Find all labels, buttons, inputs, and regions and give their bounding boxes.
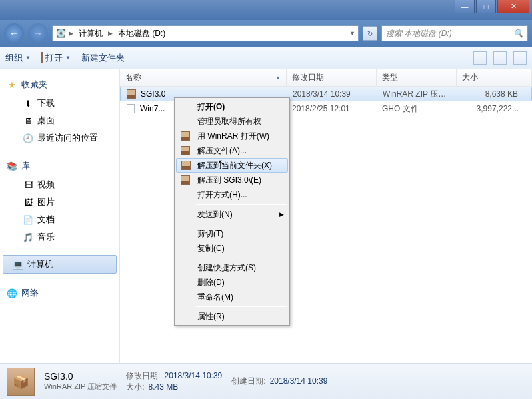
minimize-button[interactable]: — — [455, 0, 475, 13]
file-size: 3,997,222... — [457, 104, 532, 113]
breadcrumb[interactable]: 计算机 — [76, 28, 105, 39]
winrar-icon — [180, 131, 191, 141]
context-menu-item[interactable]: 创建快捷方式(S) — [176, 260, 288, 275]
context-menu-label: 解压到 SGI3.0\(E) — [197, 175, 261, 186]
search-input[interactable]: 搜索 本地磁盘 (D:) 🔍 — [381, 25, 528, 41]
winrar-icon — [41, 53, 43, 63]
column-size[interactable]: 大小 — [457, 69, 532, 86]
context-menu-label: 复制(C) — [197, 243, 225, 254]
file-size: 8,638 KB — [457, 89, 531, 99]
context-menu-item[interactable]: 用 WinRAR 打开(W) — [176, 129, 288, 143]
sidebar-item-label: 文档 — [37, 214, 55, 226]
column-headers: 名称▲ 修改日期 类型 大小 — [120, 69, 532, 87]
file-type: GHO 文件 — [377, 103, 457, 115]
new-folder-label: 新建文件夹 — [81, 52, 125, 64]
context-menu-item[interactable]: 发送到(N)▶ — [176, 207, 288, 222]
sidebar-item-computer[interactable]: 💻 计算机 — [3, 255, 117, 274]
sidebar-item-network[interactable]: 🌐 网络 — [0, 283, 119, 303]
sidebar-item-label: 下载 — [37, 97, 55, 109]
status-subtitle: WinRAR ZIP 压缩文件 — [44, 382, 117, 392]
winrar-icon — [180, 175, 191, 185]
context-menu-item[interactable]: 删除(D) — [176, 275, 288, 290]
sidebar-item-label: 计算机 — [27, 258, 53, 270]
context-menu-label: 删除(D) — [197, 277, 225, 288]
details-pane: 📦 SGI3.0 WinRAR ZIP 压缩文件 修改日期:2018/3/14 … — [0, 363, 532, 399]
context-menu-label: 发送到(N) — [197, 209, 233, 220]
favorites-header[interactable]: ★ 收藏夹 — [0, 75, 119, 95]
context-menu-item[interactable]: 解压到当前文件夹(X) — [176, 158, 288, 173]
chevron-right-icon: ▶ — [69, 30, 73, 37]
sidebar-item-recent[interactable]: 🕘最近访问的位置 — [0, 129, 119, 147]
forward-button[interactable]: → — [28, 23, 48, 43]
context-menu-label: 打开方式(H)... — [197, 189, 247, 201]
sidebar-item-label: 音乐 — [37, 231, 55, 243]
sort-asc-icon: ▲ — [275, 75, 281, 81]
maximize-button[interactable]: □ — [476, 0, 496, 13]
context-menu-label: 管理员取得所有权 — [197, 116, 261, 127]
context-menu-item[interactable]: 重命名(M) — [176, 290, 288, 304]
file-date: 2018/3/14 10:39 — [287, 89, 377, 99]
search-icon: 🔍 — [513, 29, 523, 38]
sidebar-item-docs[interactable]: 📄文档 — [0, 211, 119, 228]
chevron-down-icon: ▼ — [25, 55, 31, 61]
view-options-button[interactable] — [473, 51, 487, 65]
sidebar-item-label: 图片 — [37, 196, 55, 208]
context-menu-item[interactable]: 打开方式(H)... — [176, 187, 288, 202]
sidebar-item-label: 视频 — [37, 179, 55, 191]
chevron-down-icon[interactable]: ▼ — [349, 30, 355, 37]
sidebar-item-downloads[interactable]: ⬇下载 — [0, 95, 119, 112]
context-menu-item[interactable]: 管理员取得所有权 — [176, 114, 288, 129]
context-menu-item[interactable]: 属性(R) — [176, 309, 288, 324]
sidebar-item-music[interactable]: 🎵音乐 — [0, 228, 119, 246]
chevron-right-icon: ▶ — [108, 30, 113, 37]
drive-icon: 💽 — [55, 28, 66, 39]
breadcrumb[interactable]: 本地磁盘 (D:) — [115, 28, 168, 39]
window-titlebar: — □ ✕ — [0, 0, 532, 20]
context-menu-label: 重命名(M) — [197, 292, 233, 303]
chevron-down-icon: ▼ — [65, 55, 71, 61]
file-icon — [125, 103, 136, 114]
sidebar-item-desktop[interactable]: 🖥桌面 — [0, 112, 119, 129]
context-menu-label: 解压到当前文件夹(X) — [197, 160, 272, 171]
organize-button[interactable]: 组织 ▼ — [5, 52, 31, 64]
context-menu-item[interactable]: 剪切(T) — [176, 226, 288, 241]
sidebar-item-label: 网络 — [21, 287, 39, 299]
status-created-val: 2018/3/14 10:39 — [270, 376, 328, 386]
file-type: WinRAR ZIP 压缩... — [377, 89, 457, 100]
document-icon: 📄 — [23, 214, 33, 225]
refresh-button[interactable]: ↻ — [363, 26, 377, 41]
context-menu-label: 用 WinRAR 打开(W) — [197, 131, 269, 142]
context-menu: 打开(O)管理员取得所有权用 WinRAR 打开(W)解压文件(A)...解压到… — [174, 97, 290, 326]
download-icon: ⬇ — [23, 98, 33, 109]
file-date: 2018/2/25 12:01 — [287, 104, 377, 113]
picture-icon: 🖼 — [23, 197, 33, 208]
column-name[interactable]: 名称▲ — [120, 69, 287, 86]
recent-icon: 🕘 — [23, 133, 33, 143]
context-menu-item[interactable]: 打开(O) — [176, 99, 288, 114]
column-date[interactable]: 修改日期 — [287, 69, 377, 86]
menu-separator — [196, 224, 287, 224]
back-button[interactable]: ← — [4, 23, 24, 43]
favorites-label: 收藏夹 — [21, 79, 47, 91]
new-folder-button[interactable]: 新建文件夹 — [81, 52, 125, 64]
column-label: 修改日期 — [292, 72, 324, 83]
context-menu-item[interactable]: 解压文件(A)... — [176, 143, 288, 158]
context-menu-item[interactable]: 复制(C) — [176, 241, 288, 256]
winrar-icon: 📦 — [7, 368, 35, 396]
preview-pane-button[interactable] — [493, 51, 507, 65]
close-button[interactable]: ✕ — [497, 0, 529, 13]
context-menu-item[interactable]: 解压到 SGI3.0\(E) — [176, 173, 288, 187]
menu-separator — [196, 258, 287, 258]
sidebar-item-pictures[interactable]: 🖼图片 — [0, 193, 119, 211]
file-name: SGI3.0 — [141, 89, 165, 99]
video-icon: 🎞 — [23, 179, 33, 190]
open-button[interactable]: 打开 ▼ — [41, 52, 71, 64]
context-menu-label: 解压文件(A)... — [197, 145, 247, 157]
address-bar[interactable]: 💽 ▶ 计算机 ▶ 本地磁盘 (D:) ▼ — [52, 25, 359, 41]
column-label: 大小 — [462, 72, 478, 83]
help-button[interactable] — [513, 51, 527, 65]
sidebar-item-videos[interactable]: 🎞视频 — [0, 176, 119, 193]
column-type[interactable]: 类型 — [377, 69, 457, 86]
libraries-header[interactable]: 📚 库 — [0, 156, 119, 176]
search-placeholder: 搜索 本地磁盘 (D:) — [386, 28, 452, 39]
